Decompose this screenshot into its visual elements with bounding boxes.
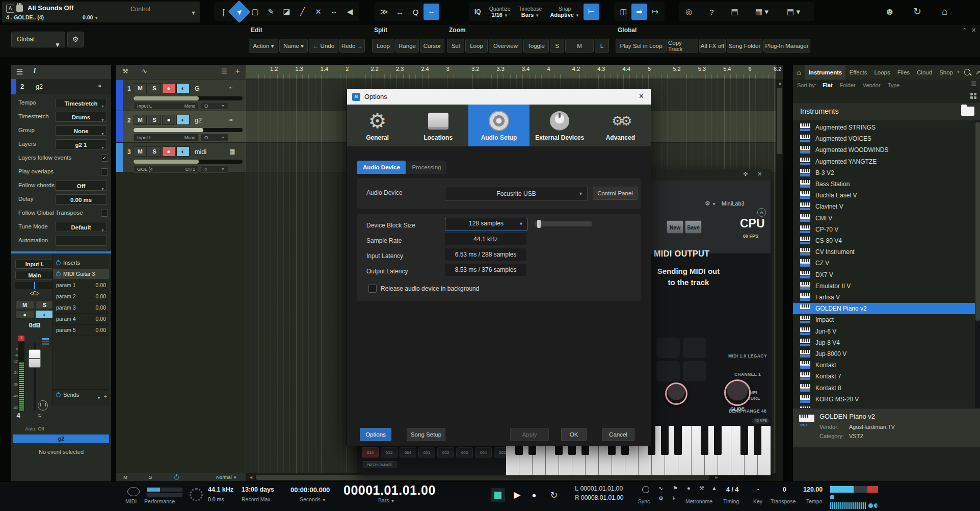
button-plug-in-manager[interactable]: Plug-In Manager [763, 39, 810, 53]
browser-section-header[interactable]: Instruments [793, 103, 980, 120]
row-checkbox[interactable]: ✓ [101, 155, 108, 162]
wrench-icon[interactable]: ⚒ [122, 67, 128, 75]
track-list-icon[interactable]: ☰ [221, 67, 227, 75]
track-record-button[interactable]: ● [162, 83, 175, 93]
param-row[interactable]: param 40.00 [53, 314, 109, 325]
timing-value[interactable]: 4 / 4 [726, 486, 738, 493]
footer-power-icon[interactable] [174, 475, 179, 480]
track-monitor-button[interactable]: ◐ [176, 115, 190, 125]
search-icon[interactable] [964, 69, 970, 75]
list-item-selected[interactable]: GOLDEN Piano v2 [793, 303, 975, 314]
plugin-pad[interactable] [656, 361, 680, 381]
list-item[interactable]: Augmented STRINGS [793, 122, 975, 133]
browser-tab-shop[interactable]: Shop [936, 65, 957, 80]
track-extra-chip[interactable]: ○▼ [201, 165, 228, 173]
playhead[interactable] [251, 79, 251, 481]
list-item[interactable]: CV Instrument [793, 246, 975, 258]
pad-button-064[interactable]: 064 [400, 447, 416, 457]
song-setup-button[interactable]: Song Setup [407, 428, 445, 441]
pin-icon[interactable]: ✜ [743, 171, 748, 177]
mono-toggle[interactable] [867, 502, 880, 509]
browser-tab-loops[interactable]: Loops [870, 65, 893, 80]
volume-slider[interactable] [830, 502, 866, 509]
plugin-device-name[interactable]: MiniLab3 [722, 200, 745, 207]
track-monitor-button[interactable]: ◐ [176, 146, 190, 157]
row-value[interactable]: Drums▼ [55, 112, 107, 122]
record-arm-button[interactable]: ● [15, 310, 34, 319]
param-row[interactable]: param 20.00 [53, 291, 109, 302]
row-value[interactable]: 0.00 ms [55, 194, 107, 205]
dialog-tab-general[interactable]: ⚙General [347, 105, 408, 146]
button-toggle[interactable]: Toggle [523, 39, 549, 53]
fader-cap[interactable] [29, 349, 41, 368]
button-overview[interactable]: Overview [489, 39, 522, 53]
pad-button-003[interactable]: 003 [456, 447, 473, 457]
row-value[interactable]: None▼ [55, 125, 107, 136]
track-gain-bar[interactable] [134, 128, 243, 132]
sort-mode-icon[interactable]: ☰ [971, 81, 976, 88]
track-header-G[interactable]: 1MS●◐G≈Input LMonoO▼ [116, 80, 246, 111]
transpose-value[interactable]: 0 [783, 486, 786, 493]
slider-thumb[interactable] [537, 220, 541, 228]
add-track-icon[interactable]: + [235, 66, 240, 75]
list-item[interactable]: CMI V [793, 213, 975, 224]
pan-value[interactable]: <C> [11, 291, 58, 296]
channel-input-button[interactable]: Input L [15, 260, 54, 269]
loop-start[interactable]: L 00001.01.01.00 [575, 485, 623, 492]
loop-button[interactable]: ↻ [546, 488, 562, 502]
pad-button-001[interactable]: 001 [418, 447, 435, 457]
black-key[interactable] [714, 426, 722, 455]
pad-button-004[interactable]: 004 [475, 447, 492, 457]
timebase-selector[interactable]: Timebase Bars ▼ [515, 3, 546, 20]
shop-dropdown-icon[interactable]: ▼ [957, 70, 960, 74]
timeline-ruler[interactable]: 1.21.31.422.22.32.433.23.33.444.24.34.45… [246, 65, 776, 79]
browser-tab-cloud[interactable]: Cloud [913, 65, 936, 80]
subtab-processing[interactable]: Processing [407, 161, 446, 174]
footer-solo[interactable]: S [149, 474, 152, 480]
button-cursor[interactable]: Cursor [420, 39, 444, 53]
dialog-tab-locations[interactable]: Locations [408, 105, 468, 146]
list-item[interactable]: Kontakt 8 [793, 382, 975, 394]
list-item[interactable]: KORG MS-20 V [793, 394, 975, 405]
block-size-slider[interactable] [535, 221, 592, 226]
dialog-tab-advanced[interactable]: ⚙⚙Advanced [590, 105, 651, 146]
plugin-pad[interactable] [683, 361, 706, 381]
wrench-small-icon[interactable]: ⚒ [699, 485, 704, 492]
page-edge-tool-icon[interactable]: ◫ [616, 4, 631, 20]
button-range[interactable]: Range [395, 39, 419, 53]
row-value[interactable]: Default▼ [55, 222, 107, 232]
track-extra-chip[interactable]: O▼ [201, 134, 228, 141]
plugin-pad[interactable] [683, 338, 706, 358]
solo-button[interactable]: S [35, 300, 54, 309]
key-value[interactable]: - [757, 486, 759, 493]
row-value[interactable]: Timestretch▼ [55, 98, 107, 108]
monitor-button[interactable]: ◐ [35, 310, 54, 319]
list-item[interactable]: CZ V [793, 258, 975, 269]
listen-tool-icon[interactable]: ◀ [342, 4, 358, 20]
pad-button-015[interactable]: 015 [381, 447, 398, 457]
browser-tab-files[interactable]: Files [894, 65, 913, 80]
pan-control[interactable] [15, 282, 54, 289]
bend-tool-icon[interactable]: ⌣ [326, 4, 342, 20]
cancel-button[interactable]: Cancel [602, 428, 634, 441]
close-window-icon[interactable]: ✕ [757, 171, 762, 177]
grid-view-icon[interactable] [970, 93, 977, 99]
global-scope-dropdown[interactable]: Global▼ [11, 32, 65, 47]
track-solo-button[interactable]: S [148, 146, 161, 157]
sort-option-type[interactable]: Type [888, 82, 900, 88]
inserts-header[interactable]: Inserts [53, 258, 109, 268]
bend-marker-tool-icon[interactable]: ⌣ [423, 4, 439, 20]
release-audio-checkbox[interactable] [368, 285, 377, 293]
sort-option-flat[interactable]: Flat [823, 82, 833, 88]
macro-panel[interactable]: A All Sounds Off 4 - GOLDE.. (4) 0.00 ▼ … [2, 2, 200, 22]
home-icon[interactable]: ⌂ [938, 5, 952, 19]
dialog-close-icon[interactable]: ✕ [639, 92, 644, 100]
footer-mode[interactable]: Normal ▼ [216, 474, 237, 480]
macro-dropdown-icon[interactable]: ▼ [191, 10, 196, 16]
list-item[interactable]: Augmented VOICES [793, 133, 975, 144]
tempo-value[interactable]: 120.00 [803, 486, 823, 493]
sample-rate-value[interactable]: 44.1 kHz [208, 486, 233, 493]
apply-button[interactable]: Apply [510, 428, 549, 441]
precount-icon[interactable]: ∿ [658, 485, 663, 492]
list-item[interactable]: Augmented YANGTZE [793, 156, 975, 167]
